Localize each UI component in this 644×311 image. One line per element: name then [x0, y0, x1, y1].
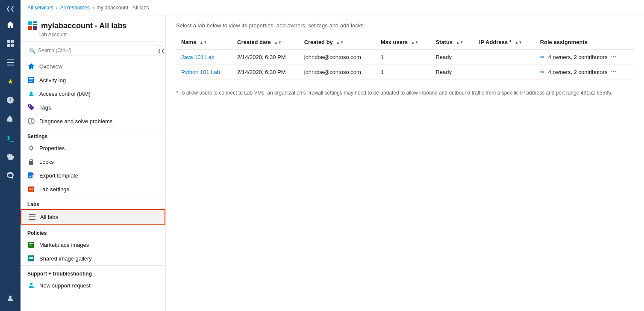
iconbar-menu[interactable] — [0, 53, 21, 72]
svg-rect-10 — [33, 24, 37, 25]
svg-rect-3 — [11, 44, 14, 47]
sidebar-item-diagnose[interactable]: Diagnose and solve problems — [21, 114, 165, 128]
search-input[interactable] — [26, 45, 160, 56]
java-more-button[interactable]: ··· — [611, 53, 616, 61]
sidebar-item-activity-log[interactable]: Activity log — [21, 73, 165, 87]
access-control-icon — [27, 90, 35, 98]
python-edit-icon[interactable]: ✏ — [540, 69, 545, 75]
python-more-button[interactable]: ··· — [611, 68, 616, 76]
content-row: mylabaccount - All labs Lab Account 🔍 ❮❮… — [21, 15, 644, 311]
sort-created-by-icon[interactable]: ▲▼ — [336, 41, 344, 44]
iconbar-settings[interactable] — [0, 147, 21, 166]
svg-rect-4 — [7, 59, 14, 60]
sidebar-item-tags[interactable]: Tags — [21, 101, 165, 114]
sidebar-item-lab-settings-label: Lab settings — [39, 186, 69, 193]
footnote-text: * To allow users to connect to Lab VMs, … — [176, 90, 634, 96]
sidebar-item-all-labs[interactable]: All labs — [21, 209, 165, 225]
table-row: Python 101 Lab 2/14/2020, 6:30 PM johndo… — [176, 65, 634, 80]
sort-created-date-icon[interactable]: ▲▼ — [274, 41, 282, 44]
sidebar-item-properties[interactable]: Properties — [21, 141, 165, 155]
svg-rect-0 — [7, 40, 10, 43]
col-name[interactable]: Name ▲▼ — [176, 36, 232, 49]
iconbar-notifications[interactable] — [0, 110, 21, 128]
cell-python-created-date: 2/14/2020, 6:30 PM — [232, 65, 299, 80]
sort-ip-address-icon[interactable]: ▲▼ — [515, 41, 522, 44]
locks-icon — [27, 158, 35, 166]
sort-max-users-icon[interactable]: ▲▼ — [411, 41, 419, 44]
iconbar-cloudshell[interactable]: ❯_ — [0, 128, 21, 147]
export-template-icon — [27, 172, 35, 179]
svg-rect-36 — [29, 243, 33, 244]
sort-status-icon[interactable]: ▲▼ — [456, 41, 464, 44]
col-max-users[interactable]: Max users ▲▼ — [376, 36, 431, 49]
iconbar-favorites[interactable]: ★ — [0, 72, 21, 91]
svg-point-20 — [31, 122, 32, 123]
svg-rect-34 — [29, 219, 35, 220]
java-edit-icon[interactable]: ✏ — [540, 54, 545, 60]
svg-rect-16 — [29, 81, 32, 82]
svg-rect-28 — [28, 187, 34, 192]
policies-section-label: Policies — [21, 225, 165, 238]
sidebar-item-tags-label: Tags — [39, 104, 51, 111]
java-role-assignments-text: 4 owners, 2 contributors — [548, 54, 608, 60]
cell-java-max-users: 1 — [376, 49, 431, 65]
sidebar-item-access-control-label: Access control (IAM) — [39, 91, 91, 97]
collapse-sidebar-button[interactable]: ❮❮ — [157, 46, 165, 55]
sidebar-item-shared-image-gallery-label: Shared image gallery — [39, 255, 92, 262]
sidebar-item-all-labs-label: All labs — [40, 214, 58, 220]
svg-rect-6 — [7, 65, 14, 65]
sidebar-item-marketplace-images[interactable]: Marketplace images — [21, 238, 165, 252]
svg-rect-22 — [29, 161, 33, 165]
svg-rect-5 — [7, 62, 14, 63]
search-icon: 🔍 — [29, 47, 36, 54]
sort-name-icon[interactable]: ▲▼ — [200, 41, 207, 44]
cell-java-role-assignments: ✏ 4 owners, 2 contributors ··· — [535, 49, 634, 65]
svg-rect-40 — [29, 260, 31, 260]
col-created-by[interactable]: Created by ▲▼ — [299, 36, 376, 49]
breadcrumb-all-services[interactable]: All services — [27, 5, 53, 11]
svg-rect-12 — [33, 26, 37, 30]
iconbar-recent[interactable] — [0, 91, 21, 110]
iconbar-dashboard[interactable] — [0, 34, 21, 53]
icon-bar: ❮❮ ★ ❯_ — [0, 0, 21, 311]
sidebar-title: mylabaccount - All labs — [41, 21, 126, 30]
support-section-label: Support + troubleshooting — [21, 265, 165, 278]
sidebar-item-access-control[interactable]: Access control (IAM) — [21, 87, 165, 101]
table-header-row: Name ▲▼ Created date ▲▼ Created by ▲▼ — [176, 36, 634, 49]
svg-rect-39 — [29, 257, 33, 259]
breadcrumb-all-resources[interactable]: All resources — [60, 5, 90, 11]
svg-point-7 — [9, 296, 12, 298]
iconbar-user[interactable] — [0, 289, 21, 308]
breadcrumb-sep-1: › — [56, 5, 58, 11]
col-status[interactable]: Status ▲▼ — [430, 36, 474, 49]
col-created-date[interactable]: Created date ▲▼ — [232, 36, 299, 49]
sidebar-item-locks[interactable]: Locks — [21, 155, 165, 169]
svg-rect-25 — [29, 175, 32, 175]
overview-icon — [27, 62, 35, 70]
sidebar-item-new-support-request[interactable]: New support request — [21, 278, 165, 292]
shared-image-gallery-icon — [27, 255, 35, 262]
sidebar-title-row: mylabaccount - All labs — [27, 21, 159, 31]
svg-point-42 — [30, 283, 32, 285]
sidebar-item-locks-label: Locks — [39, 159, 54, 165]
main-area: All services › All resources › mylabacco… — [21, 0, 644, 311]
col-ip-address[interactable]: IP Address * ▲▼ — [474, 36, 535, 49]
cell-python-max-users: 1 — [376, 65, 431, 80]
sidebar-item-shared-image-gallery[interactable]: Shared image gallery — [21, 252, 165, 265]
svg-rect-14 — [29, 78, 33, 79]
labs-section-label: Labs — [21, 196, 165, 209]
sidebar-item-lab-settings[interactable]: Lab settings — [21, 182, 165, 196]
java-lab-link[interactable]: Java 101 Lab — [181, 54, 215, 60]
svg-rect-8 — [28, 21, 32, 25]
svg-rect-9 — [33, 21, 37, 23]
iconbar-feedback[interactable] — [0, 166, 21, 185]
python-lab-link[interactable]: Python 101 Lab — [181, 69, 220, 75]
sidebar-item-export-template[interactable]: Export template — [21, 169, 165, 182]
expand-button[interactable]: ❮❮ — [0, 2, 21, 15]
sidebar-item-overview[interactable]: Overview — [21, 59, 165, 73]
sidebar-item-overview-label: Overview — [39, 63, 62, 70]
svg-marker-27 — [32, 172, 34, 175]
iconbar-home[interactable] — [0, 15, 21, 34]
sidebar-header: mylabaccount - All labs Lab Account — [21, 15, 165, 41]
sidebar-item-activity-log-label: Activity log — [39, 77, 66, 83]
